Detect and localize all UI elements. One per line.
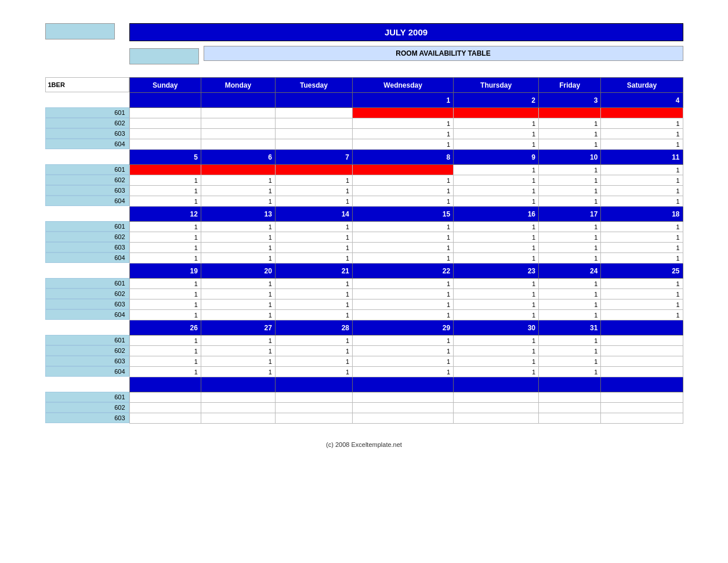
availability-cell: 1 — [201, 243, 275, 253]
availability-cell: 1 — [275, 367, 352, 377]
availability-cell: 1 — [201, 186, 275, 196]
availability-cell: 1 — [201, 299, 275, 310]
room-label: 602 — [45, 345, 129, 356]
availability-cell: 1 — [454, 346, 539, 356]
room-data-row: 1111111 — [129, 222, 683, 232]
availability-cell: 1 — [201, 367, 275, 377]
availability-cell: 1 — [454, 186, 539, 196]
room-data-row: 1111111 — [129, 289, 683, 299]
room-data-row: 111111 — [129, 367, 683, 377]
extra-room-data-row — [129, 403, 683, 413]
room-label: 602 — [45, 175, 129, 185]
availability-cell: 1 — [539, 253, 601, 264]
availability-cell: 1 — [601, 289, 683, 299]
availability-cell: 1 — [129, 175, 201, 186]
availability-table: SundayMondayTuesdayWednesdayThursdayFrid… — [129, 77, 683, 424]
availability-cell: 1 — [454, 165, 539, 175]
availability-cell: 1 — [454, 232, 539, 243]
availability-cell: 1 — [454, 175, 539, 186]
availability-cell: 1 — [275, 243, 352, 253]
week-date-cell: 28 — [275, 320, 352, 335]
room-labels-column: 1BER601602603604601602603604601602603604… — [45, 77, 129, 423]
availability-cell: 1 — [601, 139, 683, 150]
availability-cell — [539, 108, 601, 118]
availability-cell: 1 — [601, 222, 683, 232]
availability-cell: 1 — [201, 346, 275, 356]
availability-cell: 1 — [353, 139, 454, 150]
availability-cell: 1 — [275, 253, 352, 264]
room-data-row: 1111111 — [129, 279, 683, 289]
day-header: Monday — [201, 78, 275, 93]
week-spacer-label — [45, 92, 129, 107]
room-label: 603 — [45, 356, 129, 366]
room-label: 602 — [45, 232, 129, 242]
extra-availability-cell — [275, 403, 352, 413]
room-data-row: 1111111 — [129, 232, 683, 243]
availability-cell: 1 — [275, 175, 352, 186]
extra-week-cell — [353, 377, 454, 392]
availability-cell: 1 — [129, 186, 201, 196]
room-label: 603 — [45, 299, 129, 309]
availability-cell — [601, 108, 683, 118]
availability-cell — [129, 139, 201, 150]
week-date-cell: 29 — [353, 320, 454, 335]
availability-cell: 1 — [353, 279, 454, 289]
extra-availability-cell — [129, 392, 201, 403]
extra-availability-cell — [454, 413, 539, 424]
week-date-cell: 27 — [201, 320, 275, 335]
availability-cell: 1 — [353, 289, 454, 299]
availability-cell: 1 — [275, 289, 352, 299]
week-spacer-label — [45, 263, 129, 278]
availability-cell: 1 — [454, 279, 539, 289]
room-label: 604 — [45, 309, 129, 320]
availability-cell: 1 — [539, 196, 601, 207]
extra-availability-cell — [353, 403, 454, 413]
availability-cell: 1 — [454, 335, 539, 346]
extra-availability-cell — [275, 413, 352, 424]
availability-cell: 1 — [201, 253, 275, 264]
room-data-row: 1111111 — [129, 196, 683, 207]
availability-cell: 1 — [601, 232, 683, 243]
extra-room-label: 603 — [45, 413, 129, 423]
extra-availability-cell — [454, 392, 539, 403]
availability-cell: 1 — [129, 222, 201, 232]
availability-cell: 1 — [601, 186, 683, 196]
extra-availability-cell — [601, 403, 683, 413]
availability-cell: 1 — [129, 243, 201, 253]
availability-cell: 1 — [275, 346, 352, 356]
availability-cell — [353, 165, 454, 175]
week-date-cell: 20 — [201, 264, 275, 279]
week-date-cell: 1 — [353, 93, 454, 108]
availability-cell: 1 — [129, 335, 201, 346]
room-label: 601 — [45, 221, 129, 232]
availability-cell: 1 — [353, 346, 454, 356]
week-date-cell: 11 — [601, 150, 683, 165]
week-date-cell: 8 — [353, 150, 454, 165]
availability-cell: 1 — [454, 118, 539, 129]
day-header: Tuesday — [275, 78, 352, 93]
extra-room-label: 602 — [45, 402, 129, 413]
availability-cell: 1 — [129, 299, 201, 310]
availability-cell — [201, 129, 275, 139]
extra-availability-cell — [353, 413, 454, 424]
availability-cell: 1 — [275, 279, 352, 289]
availability-cell: 1 — [601, 118, 683, 129]
availability-cell: 1 — [539, 299, 601, 310]
availability-cell: 1 — [275, 196, 352, 207]
availability-cell: 1 — [353, 222, 454, 232]
availability-cell: 1 — [539, 346, 601, 356]
room-label: 602 — [45, 118, 129, 128]
extra-availability-cell — [601, 392, 683, 403]
room-label: 604 — [45, 252, 129, 263]
week-date-cell: 5 — [129, 150, 201, 165]
availability-cell — [201, 165, 275, 175]
availability-cell: 1 — [601, 175, 683, 186]
availability-cell: 1 — [539, 232, 601, 243]
week-spacer-label — [45, 206, 129, 221]
availability-cell — [129, 165, 201, 175]
extra-availability-cell — [353, 392, 454, 403]
availability-cell: 1 — [275, 232, 352, 243]
extra-availability-cell — [539, 403, 601, 413]
extra-availability-cell — [539, 392, 601, 403]
extra-room-data-row — [129, 392, 683, 403]
